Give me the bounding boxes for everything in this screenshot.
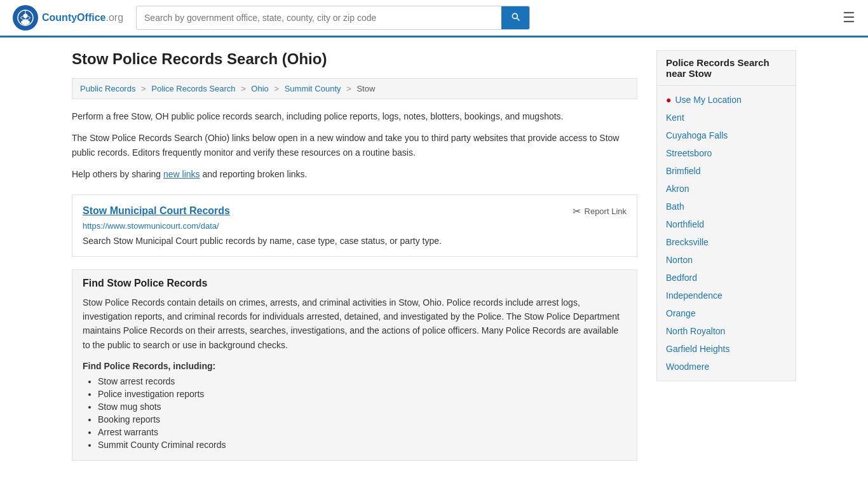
list-item: Arrest warrants <box>98 427 627 437</box>
sidebar-item-northfield[interactable]: Northfield <box>657 215 796 233</box>
sidebar-item-cuyahoga-falls[interactable]: Cuyahoga Falls <box>657 126 796 144</box>
list-item: Stow mug shots <box>98 402 627 412</box>
sidebar-box: Police Records Search near Stow ● Use My… <box>656 50 796 381</box>
sidebar-links: ● Use My Location Kent Cuyahoga Falls St… <box>657 86 796 381</box>
sidebar-item-woodmere[interactable]: Woodmere <box>657 358 796 376</box>
record-card: Stow Municipal Court Records ✂ Report Li… <box>72 194 637 257</box>
list-item: Police investigation reports <box>98 389 627 399</box>
sidebar-item-brecksville[interactable]: Brecksville <box>657 233 796 251</box>
sidebar-item-garfield-heights[interactable]: Garfield Heights <box>657 340 796 358</box>
breadcrumb-stow: Stow <box>356 84 375 93</box>
logo-icon <box>13 5 38 30</box>
sidebar-item-norton[interactable]: Norton <box>657 251 796 269</box>
find-section-list: Stow arrest records Police investigation… <box>98 376 627 450</box>
breadcrumb-ohio[interactable]: Ohio <box>251 84 268 93</box>
sidebar-item-bedford[interactable]: Bedford <box>657 269 796 287</box>
sidebar-item-streetsboro[interactable]: Streetsboro <box>657 144 796 162</box>
sidebar-item-orange[interactable]: Orange <box>657 304 796 322</box>
list-item: Summit County Criminal records <box>98 440 627 450</box>
main-container: Stow Police Records Search (Ohio) Public… <box>59 37 809 473</box>
breadcrumb-summit-county[interactable]: Summit County <box>285 84 341 93</box>
search-bar <box>136 6 530 30</box>
search-input[interactable] <box>137 6 501 29</box>
sidebar-item-brimfield[interactable]: Brimfield <box>657 162 796 180</box>
description-2: The Stow Police Records Search (Ohio) li… <box>72 131 637 159</box>
record-title[interactable]: Stow Municipal Court Records <box>83 205 230 217</box>
list-item: Booking reports <box>98 414 627 424</box>
find-section: Find Stow Police Records Stow Police Rec… <box>72 269 637 461</box>
scissors-icon: ✂ <box>573 205 581 217</box>
sidebar-item-kent[interactable]: Kent <box>657 109 796 126</box>
find-section-title: Find Stow Police Records <box>83 278 627 289</box>
new-links-link[interactable]: new links <box>163 169 200 179</box>
page-title: Stow Police Records Search (Ohio) <box>72 50 637 68</box>
record-url[interactable]: https://www.stowmunicourt.com/data/ <box>83 221 627 231</box>
sidebar: Police Records Search near Stow ● Use My… <box>656 50 796 461</box>
search-button[interactable] <box>501 6 529 29</box>
report-link-button[interactable]: ✂ Report Link <box>573 205 627 217</box>
breadcrumb-public-records[interactable]: Public Records <box>80 84 135 93</box>
record-description: Search Stow Municipal Court public recor… <box>83 236 627 246</box>
logo-text: CountyOffice.org <box>42 12 123 24</box>
breadcrumb-police-records-search[interactable]: Police Records Search <box>151 84 235 93</box>
description-1: Perform a free Stow, OH public police re… <box>72 109 637 123</box>
sidebar-item-akron[interactable]: Akron <box>657 180 796 198</box>
list-item: Stow arrest records <box>98 376 627 386</box>
location-pin-icon: ● <box>666 95 671 105</box>
site-header: CountyOffice.org ☰ <box>0 0 868 37</box>
sidebar-title: Police Records Search near Stow <box>657 51 796 86</box>
main-content: Stow Police Records Search (Ohio) Public… <box>72 50 637 461</box>
find-section-subtitle: Find Police Records, including: <box>83 361 627 371</box>
site-logo[interactable]: CountyOffice.org <box>13 5 123 30</box>
hamburger-menu[interactable]: ☰ <box>843 11 855 25</box>
find-section-body: Stow Police Records contain details on c… <box>83 295 627 353</box>
use-my-location[interactable]: ● Use My Location <box>657 91 796 109</box>
sidebar-item-independence[interactable]: Independence <box>657 287 796 304</box>
description-3: Help others by sharing new links and rep… <box>72 167 637 181</box>
record-card-header: Stow Municipal Court Records ✂ Report Li… <box>83 205 627 217</box>
sidebar-item-bath[interactable]: Bath <box>657 198 796 215</box>
breadcrumb: Public Records > Police Records Search >… <box>72 78 637 99</box>
sidebar-item-north-royalton[interactable]: North Royalton <box>657 322 796 340</box>
